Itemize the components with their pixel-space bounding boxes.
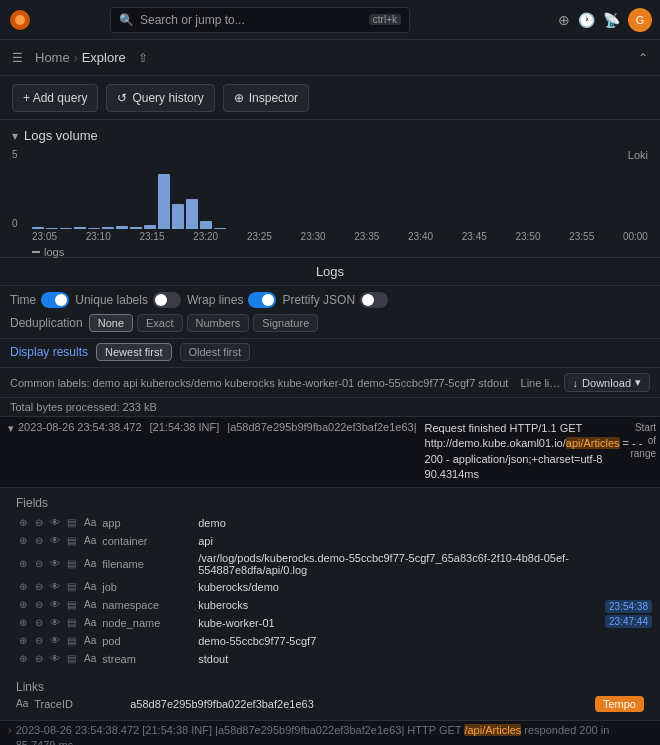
prettify-json-label: Prettify JSON [282,293,355,307]
field-namespace-bar-icon[interactable]: ▤ [64,598,78,612]
query-history-button[interactable]: ↺ Query history [106,84,214,112]
oldest-first-button[interactable]: Oldest first [180,343,251,361]
log-list: › 2023-08-26 23:54:38.472 [21:54:38 INF]… [0,721,660,745]
deduplication-control: Deduplication None Exact Numbers Signatu… [10,314,318,332]
wrap-lines-toggle[interactable] [248,292,276,308]
field-namespace-zoom-in-icon[interactable]: ⊕ [16,598,30,612]
add-query-button[interactable]: + Add query [12,84,98,112]
chart-bar-4 [88,228,100,229]
field-app-zoom-out-icon[interactable]: ⊖ [32,516,46,530]
chart-x-label: 23:55 [569,231,594,242]
share-icon[interactable]: ⇧ [138,51,148,65]
field-filename-value: /var/log/pods/kuberocks.demo-55ccbc9f77-… [198,552,644,576]
field-app-eye-icon[interactable]: 👁 [48,516,62,530]
field-job-zoom-in-icon[interactable]: ⊕ [16,580,30,594]
logs-section: Logs Time Unique labels Wrap lines Prett… [0,258,660,417]
field-job-eye-icon[interactable]: 👁 [48,580,62,594]
topbar: 🔍 Search or jump to... ctrl+k ⊕ 🕐 📡 G [0,0,660,40]
hamburger-icon[interactable]: ☰ [12,51,23,65]
newest-first-button[interactable]: Newest first [96,343,171,361]
field-nodename-zoom-in-icon[interactable]: ⊕ [16,616,30,630]
chart-bar-9 [158,174,170,229]
prettify-json-toggle[interactable] [360,292,388,308]
collapse-icon[interactable]: ⌃ [638,51,648,65]
field-stream-zoom-out-icon[interactable]: ⊖ [32,652,46,666]
field-pod-actions: ⊕ ⊖ 👁 ▤ [16,634,78,648]
inspector-icon: ⊕ [234,91,244,105]
chart-x-label: 23:50 [515,231,540,242]
breadcrumb-explore[interactable]: Explore [82,50,126,65]
download-button[interactable]: ↓ Download ▾ [564,373,650,392]
time-toggle-knob [55,294,67,306]
field-stream-name: stream [102,653,192,665]
traceid-type-icon: Aa [16,698,28,709]
inspector-button[interactable]: ⊕ Inspector [223,84,309,112]
chart-y-label-5: 5 [12,149,18,160]
field-namespace-zoom-out-icon[interactable]: ⊖ [32,598,46,612]
ts-badge-1[interactable]: 23:54:38 [605,600,652,613]
breadcrumb-sep-1: › [74,51,78,65]
field-stream-eye-icon[interactable]: 👁 [48,652,62,666]
field-pod-type-icon: Aa [84,635,96,646]
unique-labels-knob [155,294,167,306]
chart-bar-0 [32,227,44,229]
field-container-bar-icon[interactable]: ▤ [64,534,78,548]
rss-icon[interactable]: 📡 [603,12,620,28]
log-line-1[interactable]: › 2023-08-26 23:54:38.472 [21:54:38 INF]… [0,721,660,745]
unique-labels-toggle[interactable] [153,292,181,308]
field-filename-eye-icon[interactable]: 👁 [48,557,62,571]
field-pod-zoom-in-icon[interactable]: ⊕ [16,634,30,648]
entry-timestamp: 2023-08-26 23:54:38.472 [18,421,142,433]
time-toggle[interactable] [41,292,69,308]
breadcrumb-home[interactable]: Home [35,50,70,65]
field-pod-bar-icon[interactable]: ▤ [64,634,78,648]
dedup-numbers-button[interactable]: Numbers [187,314,250,332]
ts-badge-2[interactable]: 23:47:44 [605,615,652,628]
field-container-zoom-in-icon[interactable]: ⊕ [16,534,30,548]
field-pod-eye-icon[interactable]: 👁 [48,634,62,648]
field-pod-value: demo-55ccbc9f77-5cgf7 [198,635,316,647]
field-container-eye-icon[interactable]: 👁 [48,534,62,548]
svg-point-1 [15,15,25,25]
logs-controls: Time Unique labels Wrap lines Prettify J… [0,286,660,339]
dedup-none-button[interactable]: None [89,314,133,332]
chart-title: Logs volume [24,128,98,143]
avatar[interactable]: G [628,8,652,32]
field-job-zoom-out-icon[interactable]: ⊖ [32,580,46,594]
expanded-entry-header[interactable]: ▾ 2023-08-26 23:54:38.472 [21:54:38 INF]… [0,417,660,487]
field-nodename-zoom-out-icon[interactable]: ⊖ [32,616,46,630]
field-job-bar-icon[interactable]: ▤ [64,580,78,594]
field-namespace-eye-icon[interactable]: 👁 [48,598,62,612]
field-app-zoom-in-icon[interactable]: ⊕ [16,516,30,530]
field-pod-zoom-out-icon[interactable]: ⊖ [32,634,46,648]
logs-sort-row: Display results Newest first Oldest firs… [0,339,660,368]
field-stream-zoom-in-icon[interactable]: ⊕ [16,652,30,666]
common-labels-text: Common labels: demo api kuberocks/demo k… [10,377,564,389]
chart-bar-11 [186,199,198,229]
field-nodename-eye-icon[interactable]: 👁 [48,616,62,630]
tempo-button[interactable]: Tempo [595,696,644,712]
field-filename-actions: ⊕ ⊖ 👁 ▤ [16,557,78,571]
display-results-button[interactable]: Display results [10,345,88,359]
field-container-name: container [102,535,192,547]
clock-icon[interactable]: 🕐 [578,12,595,28]
field-container-zoom-out-icon[interactable]: ⊖ [32,534,46,548]
plus-icon[interactable]: ⊕ [558,12,570,28]
chart-y-axis: 5 0 [12,149,22,229]
chart-collapse-icon[interactable]: ▾ [12,129,18,143]
field-job-value: kuberocks/demo [198,581,279,593]
field-stream-type-icon: Aa [84,653,96,664]
dedup-exact-button[interactable]: Exact [137,314,183,332]
field-filename-zoom-out-icon[interactable]: ⊖ [32,557,46,571]
field-nodename-bar-icon[interactable]: ▤ [64,616,78,630]
field-stream-bar-icon[interactable]: ▤ [64,652,78,666]
field-filename-bar-icon[interactable]: ▤ [64,557,78,571]
topbar-right: ⊕ 🕐 📡 G [558,8,652,32]
common-labels-prefix: Common labels: demo api kuberocks/demo k… [10,377,508,389]
entry-trace: |a58d87e295b9f9fba022ef3baf2e1e63| [227,421,416,433]
dedup-signature-button[interactable]: Signature [253,314,318,332]
field-app-bar-icon[interactable]: ▤ [64,516,78,530]
search-bar[interactable]: 🔍 Search or jump to... ctrl+k [110,7,410,33]
app-logo[interactable] [8,8,32,32]
field-filename-zoom-in-icon[interactable]: ⊕ [16,557,30,571]
